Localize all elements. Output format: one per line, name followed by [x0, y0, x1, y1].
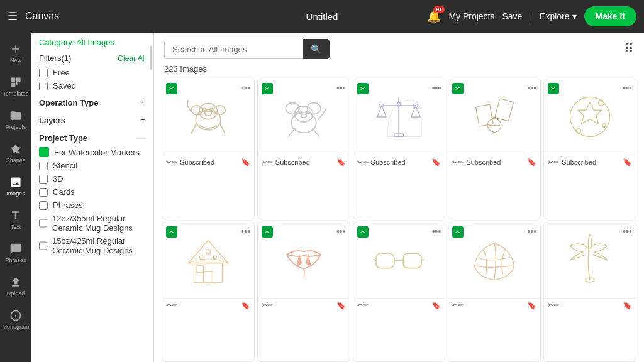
image-card-9[interactable]: ✂ ••• ✂✏ 🔖 — [448, 222, 541, 363]
filter-panel: Category: All Images Filters(1) Clear Al… — [31, 33, 154, 362]
svg-point-15 — [301, 114, 306, 118]
card-badge-6: ✂ — [166, 226, 177, 238]
card-top-8: ✂ ••• — [353, 222, 445, 298]
sidebar-item-monogram[interactable]: Monogram — [0, 304, 31, 335]
card-bottom-7: ✂✏ 🔖 — [258, 298, 350, 312]
svg-point-39 — [213, 255, 216, 258]
top-nav: ☰ Canvas Untitled 🔔 9+ My Projects Save … — [0, 0, 644, 33]
card-more-6[interactable]: ••• — [241, 226, 250, 236]
card-more-4[interactable]: ••• — [527, 83, 536, 93]
svg-point-31 — [576, 129, 580, 133]
mug12-checkbox[interactable] — [39, 219, 47, 228]
svg-rect-35 — [204, 272, 213, 283]
scrollbar-thumb[interactable] — [150, 45, 152, 70]
search-input[interactable] — [164, 40, 303, 59]
bookmark-10[interactable]: 🔖 — [623, 301, 632, 310]
layers-add[interactable]: + — [140, 114, 146, 126]
bookmark-1[interactable]: 🔖 — [241, 158, 250, 167]
stencil-label: Stencil — [53, 161, 77, 170]
search-button[interactable]: 🔍 — [303, 39, 330, 59]
sidebar-item-templates[interactable]: Templates — [0, 71, 31, 102]
card-top-2: ✂ ••• — [258, 79, 350, 155]
main-content: 🔍 ⠿ 223 Images ✂ ••• — [154, 33, 644, 362]
notifications-bell[interactable]: 🔔 9+ — [427, 9, 441, 23]
image-card-6[interactable]: ✂ ••• ✂✏ — [162, 222, 255, 363]
card-bottom-1: ✂✏ Subscribed 🔖 — [162, 155, 254, 169]
operation-type-add[interactable]: + — [140, 97, 146, 108]
stencil-checkbox[interactable] — [39, 162, 48, 170]
sidebar-item-new[interactable]: New — [0, 38, 31, 69]
image-card-1[interactable]: ✂ ••• — [162, 79, 255, 219]
free-checkbox[interactable] — [39, 69, 48, 77]
card-top-10: ••• — [544, 222, 636, 298]
save-button[interactable]: Save — [502, 11, 523, 21]
svg-rect-24 — [495, 99, 514, 121]
svg-line-17 — [312, 128, 319, 137]
operation-type-section: Operation Type + — [39, 97, 146, 108]
bookmark-4[interactable]: 🔖 — [527, 158, 536, 167]
saved-checkbox[interactable] — [39, 82, 48, 90]
mug15-checkbox[interactable] — [39, 241, 47, 250]
bookmark-5[interactable]: 🔖 — [623, 158, 632, 167]
card-more-3[interactable]: ••• — [432, 83, 441, 93]
card-badge-9: ✂ — [452, 226, 464, 238]
watercolor-icon — [39, 147, 49, 157]
make-it-button[interactable]: Make It — [584, 6, 636, 26]
document-title[interactable]: Untitled — [306, 11, 338, 22]
bookmark-2[interactable]: 🔖 — [336, 158, 346, 167]
cards-checkbox[interactable] — [39, 188, 48, 197]
image-card-10[interactable]: ••• ✂✏ 🔖 — [543, 222, 636, 363]
sidebar-item-shapes[interactable]: Shapes — [0, 138, 31, 168]
card-bottom-3: ✂✏ Subscribed 🔖 — [353, 155, 445, 169]
card-more-10[interactable]: ••• — [623, 226, 632, 236]
grid-toggle[interactable]: ⠿ — [625, 41, 634, 57]
card-more-1[interactable]: ••• — [241, 83, 250, 93]
card-top-9: ✂ ••• — [448, 222, 540, 298]
filters-label: Filters(1) — [39, 53, 71, 63]
phrases-filter: Phrases — [39, 200, 146, 210]
card-more-5[interactable]: ••• — [623, 83, 632, 93]
bookmark-6[interactable]: 🔖 — [241, 301, 250, 310]
my-projects-button[interactable]: My Projects — [448, 11, 494, 21]
operation-type-title: Operation Type — [39, 98, 98, 107]
cards-filter: Cards — [39, 187, 146, 197]
image-card-2[interactable]: ✂ ••• — [257, 79, 350, 219]
bookmark-8[interactable]: 🔖 — [431, 301, 441, 310]
image-card-8[interactable]: ✂ ••• ✂✏ 🔖 — [353, 222, 446, 363]
bookmark-9[interactable]: 🔖 — [527, 301, 536, 310]
svg-marker-34 — [188, 240, 228, 263]
card-bottom-9: ✂✏ 🔖 — [448, 298, 540, 312]
project-type-minus[interactable]: — — [136, 132, 146, 143]
free-filter: Free — [39, 68, 146, 77]
card-bottom-5: ✂✏ Subscribed 🔖 — [544, 155, 636, 169]
content-header: 🔍 ⠿ — [154, 33, 644, 63]
explore-button[interactable]: Explore ▾ — [540, 11, 576, 21]
sidebar-item-upload[interactable]: Upload — [0, 271, 31, 302]
clear-all-button[interactable]: Clear All — [118, 54, 146, 63]
notification-badge: 9+ — [433, 6, 445, 13]
sidebar-item-images[interactable]: Images — [0, 171, 31, 202]
card-bottom-6: ✂✏ 🔖 — [162, 298, 254, 312]
card-badge-3: ✂ — [357, 83, 369, 94]
card-more-8[interactable]: ••• — [432, 226, 441, 236]
image-card-7[interactable]: ✂ ••• ✂✏ 🔖 — [257, 222, 350, 363]
main-layout: New Templates Projects Shapes Images Tex… — [0, 33, 644, 362]
3d-checkbox[interactable] — [39, 175, 48, 184]
card-more-2[interactable]: ••• — [336, 83, 346, 93]
category-header: Category: All Images — [39, 38, 146, 47]
hamburger-menu[interactable]: ☰ — [8, 9, 18, 23]
card-bottom-4: ✂✏ Subscribed 🔖 — [448, 155, 540, 169]
mug12-label: 12oz/355ml Regular Ceramic Mug Designs — [52, 214, 146, 233]
card-more-7[interactable]: ••• — [336, 226, 346, 236]
image-card-4[interactable]: ✂ ••• ✂✏ Subscribed 🔖 — [448, 79, 541, 219]
image-card-5[interactable]: ✂ ••• ✂✏ Subscribed — [543, 79, 636, 219]
phrases-checkbox[interactable] — [39, 201, 48, 210]
image-card-3[interactable]: ✂ ••• — [353, 79, 446, 219]
sidebar-item-projects[interactable]: Projects — [0, 104, 31, 135]
bookmark-7[interactable]: 🔖 — [336, 301, 346, 310]
sidebar-item-phrases[interactable]: Phrases — [0, 238, 31, 268]
bookmark-3[interactable]: 🔖 — [431, 158, 441, 167]
sidebar-item-text[interactable]: Text — [0, 204, 31, 235]
stencil-filter: Stencil — [39, 161, 146, 170]
card-more-9[interactable]: ••• — [527, 226, 536, 236]
